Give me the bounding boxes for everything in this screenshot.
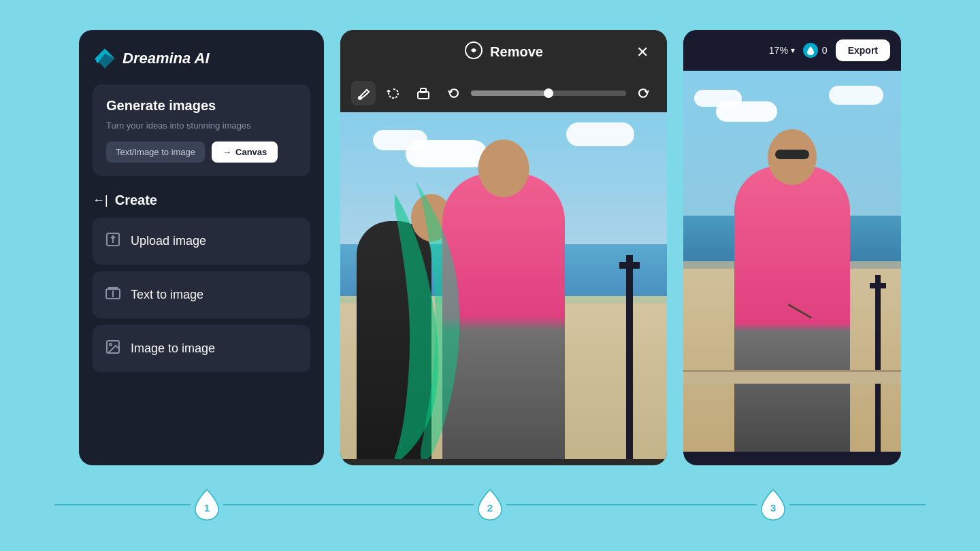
step-3-indicator: 3 bbox=[757, 488, 789, 521]
brush-tool-btn[interactable] bbox=[351, 81, 376, 105]
svg-point-7 bbox=[110, 344, 112, 346]
step-line-before-1 bbox=[54, 504, 191, 505]
close-button[interactable]: ✕ bbox=[632, 41, 653, 63]
logo-row: Dreamina AI bbox=[93, 46, 310, 71]
step-line-after-3 bbox=[789, 504, 926, 505]
image-image-icon bbox=[105, 339, 121, 358]
image-to-image-item[interactable]: Image to image bbox=[93, 325, 310, 372]
result-sunglasses bbox=[775, 150, 809, 159]
step-1-indicator: 1 bbox=[191, 488, 223, 521]
export-button[interactable]: Export bbox=[836, 39, 890, 61]
panel-1-sidebar: Dreamina AI Generate images Turn your id… bbox=[79, 30, 324, 465]
svg-marker-1 bbox=[95, 49, 115, 69]
arrow-icon: → bbox=[223, 147, 231, 157]
main-person-head bbox=[478, 139, 529, 197]
create-header: ←| Create bbox=[93, 190, 310, 211]
editor-header: Remove ✕ bbox=[340, 30, 667, 74]
text-to-image-item[interactable]: Text to image bbox=[93, 271, 310, 318]
back-icon: ←| bbox=[93, 193, 108, 207]
lamp-arm bbox=[619, 262, 640, 269]
brush-size-slider[interactable] bbox=[471, 90, 626, 96]
lasso-tool-btn[interactable] bbox=[381, 81, 406, 105]
undo-btn[interactable] bbox=[441, 81, 466, 105]
main-container: Dreamina AI Generate images Turn your id… bbox=[0, 0, 980, 551]
bg-person-body bbox=[357, 221, 431, 459]
generate-card: Generate images Turn your ideas into stu… bbox=[93, 84, 310, 176]
remove-icon bbox=[464, 41, 483, 63]
eraser-tool-btn[interactable] bbox=[411, 81, 436, 105]
canvas-btn[interactable]: → → Canvas Canvas bbox=[212, 141, 278, 163]
result-cloud-2 bbox=[716, 101, 777, 122]
credits-value: 0 bbox=[822, 45, 828, 56]
editor-image-container bbox=[340, 112, 667, 465]
upload-image-label: Upload image bbox=[131, 234, 206, 248]
step-line-1-2 bbox=[223, 504, 474, 505]
zoom-control[interactable]: 17% ▾ bbox=[769, 45, 795, 56]
cloud-3 bbox=[566, 122, 634, 146]
text-image-icon bbox=[105, 285, 121, 305]
text-to-image-label: Text to image bbox=[131, 288, 203, 302]
redo-btn[interactable] bbox=[632, 81, 656, 105]
svg-point-9 bbox=[359, 97, 361, 99]
chevron-down-icon: ▾ bbox=[791, 46, 795, 55]
panel-2-editor: Remove ✕ bbox=[340, 30, 667, 465]
create-label: Create bbox=[115, 193, 157, 208]
brush-slider-thumb bbox=[544, 88, 553, 98]
logo-text: Dreamina AI bbox=[122, 50, 210, 67]
create-section: ←| Create Upload image bbox=[93, 190, 310, 372]
dreamina-logo-icon bbox=[93, 46, 117, 71]
steps-row: 1 2 3 bbox=[27, 488, 953, 521]
main-person-body bbox=[442, 173, 565, 459]
generate-buttons: Text/Image to image → → Canvas Canvas bbox=[106, 141, 297, 163]
result-lamp-arm bbox=[870, 283, 886, 288]
credits-badge: 0 bbox=[803, 43, 828, 58]
balustrade bbox=[683, 370, 901, 384]
editor-title: Remove bbox=[464, 41, 543, 63]
text-image-btn[interactable]: Text/Image to image bbox=[106, 141, 205, 163]
result-header: 17% ▾ 0 Export bbox=[683, 30, 901, 71]
result-person-body bbox=[734, 166, 850, 452]
editor-photo-scene bbox=[340, 112, 667, 459]
generate-title: Generate images bbox=[106, 98, 297, 114]
result-lamp-post bbox=[875, 275, 881, 452]
brush-slider-fill bbox=[471, 90, 549, 96]
panel-3-result: 17% ▾ 0 Export bbox=[683, 30, 901, 465]
svg-text:3: 3 bbox=[770, 502, 777, 514]
svg-text:2: 2 bbox=[487, 502, 493, 514]
result-photo-scene bbox=[683, 71, 901, 452]
zoom-value: 17% bbox=[769, 45, 788, 56]
upload-image-icon bbox=[105, 231, 121, 251]
image-to-image-label: Image to image bbox=[131, 341, 215, 356]
toolbar bbox=[340, 74, 667, 112]
lamp-post bbox=[626, 255, 633, 459]
step-line-2-3 bbox=[506, 504, 757, 505]
upload-image-item[interactable]: Upload image bbox=[93, 218, 310, 265]
credits-droplet-icon bbox=[803, 43, 818, 58]
remove-label: Remove bbox=[490, 44, 543, 60]
svg-rect-11 bbox=[421, 88, 426, 93]
panels-row: Dreamina AI Generate images Turn your id… bbox=[27, 30, 953, 465]
cloud-2 bbox=[406, 140, 487, 167]
generate-subtitle: Turn your ideas into stunning images bbox=[106, 120, 297, 131]
svg-text:1: 1 bbox=[204, 502, 210, 514]
step-2-indicator: 2 bbox=[474, 488, 506, 521]
result-cloud-3 bbox=[829, 86, 883, 105]
